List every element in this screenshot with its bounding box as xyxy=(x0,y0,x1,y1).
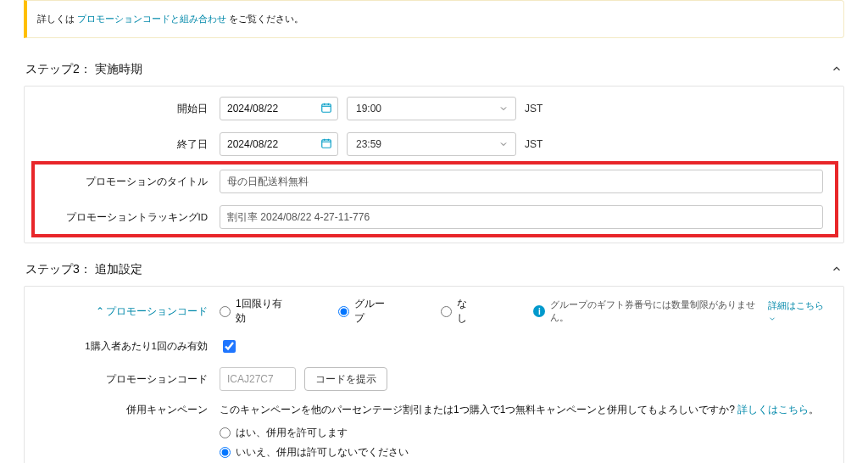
radio-once-label: 1回限り有効 xyxy=(236,297,289,326)
radio-campaign-no-label: いいえ、併用は許可しないでください xyxy=(236,445,409,460)
label-end-date: 終了日 xyxy=(36,138,220,151)
info-bar-suffix: をご覧ください。 xyxy=(229,14,303,24)
radio-campaign-no[interactable]: いいえ、併用は許可しないでください xyxy=(220,445,409,460)
row-start-date: 開始日 2024/08/22 19:00 JST xyxy=(25,92,843,126)
label-tracking-id: プロモーショントラッキングID xyxy=(47,211,220,224)
promo-code-anchor[interactable]: プロモーションコード xyxy=(106,306,208,316)
row-promo-code: プロモーションコード コードを提示 xyxy=(25,362,843,396)
chevron-down-icon xyxy=(498,103,509,116)
radio-campaign-yes-input[interactable] xyxy=(220,427,231,438)
promo-code-input[interactable] xyxy=(220,367,296,391)
radio-once-input[interactable] xyxy=(220,306,231,317)
radio-group-label: グループ xyxy=(354,297,392,326)
label-promo-code-type[interactable]: ⌃プロモーションコード xyxy=(36,305,220,318)
end-date-input[interactable]: 2024/08/22 xyxy=(220,132,338,156)
chevron-up-icon xyxy=(831,263,843,277)
row-promo-code-type: ⌃プロモーションコード 1回限り有効 グループ なし i グループのギフト券番号… xyxy=(25,292,843,331)
one-per-buyer-checkbox[interactable] xyxy=(223,340,236,353)
row-one-per-buyer: 1購入者あたり1回のみ有効 xyxy=(25,332,843,360)
radio-once[interactable]: 1回限り有効 xyxy=(220,297,289,326)
caret-up-icon: ⌃ xyxy=(96,306,104,316)
end-date-value: 2024/08/22 xyxy=(227,138,278,150)
chevron-down-icon xyxy=(498,139,509,152)
row-campaign-yes: はい、併用を許可します xyxy=(25,424,843,442)
row-end-date: 終了日 2024/08/22 23:59 JST xyxy=(25,127,843,161)
step2-panel: 開始日 2024/08/22 19:00 JST 終了日 2024/08/22 xyxy=(24,86,844,243)
group-note-link[interactable]: 詳細はこちら xyxy=(768,299,832,322)
group-note: i グループのギフト券番号には数量制限がありません。 詳細はこちら xyxy=(533,298,832,324)
start-time-select[interactable]: 19:00 xyxy=(347,97,516,120)
campaign-link[interactable]: 詳しくはこちら xyxy=(737,404,809,416)
suggest-code-button[interactable]: コードを提示 xyxy=(304,367,387,391)
calendar-icon xyxy=(320,137,332,152)
svg-rect-1 xyxy=(322,140,331,148)
label-start-date: 開始日 xyxy=(36,103,220,115)
info-icon: i xyxy=(533,305,545,317)
radio-none-label: なし xyxy=(457,297,476,326)
info-bar-prefix: 詳しくは xyxy=(37,14,75,24)
step3-panel: ⌃プロモーションコード 1回限り有効 グループ なし i グループのギフト券番号… xyxy=(24,286,844,463)
end-time-select[interactable]: 23:59 xyxy=(347,132,516,156)
step3-title: ステップ3： 追加設定 xyxy=(25,262,142,277)
radio-none-input[interactable] xyxy=(441,306,452,317)
end-time-value: 23:59 xyxy=(356,138,381,150)
radio-none[interactable]: なし xyxy=(441,297,476,326)
label-promo-title: プロモーションのタイトル xyxy=(47,176,220,188)
row-campaign: 併用キャンペーン このキャンペーンを他のパーセンテージ割引または1つ購入で1つ無… xyxy=(25,398,843,422)
highlight-box: プロモーションのタイトル プロモーショントラッキングID xyxy=(31,161,838,237)
start-date-value: 2024/08/22 xyxy=(227,103,278,114)
radio-group[interactable]: グループ xyxy=(338,297,392,326)
label-promo-code: プロモーションコード xyxy=(36,373,220,386)
step2-header[interactable]: ステップ2： 実施時期 xyxy=(24,53,844,86)
row-tracking-id: プロモーショントラッキングID xyxy=(35,200,835,234)
start-tz: JST xyxy=(525,103,542,114)
promo-title-input[interactable] xyxy=(220,170,823,193)
row-promo-title: プロモーションのタイトル xyxy=(35,165,835,198)
campaign-question: このキャンペーンを他のパーセンテージ割引または1つ購入で1つ無料キャンペーンと併… xyxy=(220,403,832,417)
radio-campaign-yes[interactable]: はい、併用を許可します xyxy=(220,426,348,440)
svg-rect-0 xyxy=(322,104,331,112)
radio-group-input[interactable] xyxy=(338,306,349,317)
row-campaign-no: いいえ、併用は許可しないでください xyxy=(25,443,843,461)
group-note-text: グループのギフト券番号には数量制限がありません。 xyxy=(550,298,763,324)
calendar-icon xyxy=(320,102,332,116)
tracking-id-input[interactable] xyxy=(220,205,823,229)
label-one-per-buyer: 1購入者あたり1回のみ有効 xyxy=(36,340,220,353)
info-bar: 詳しくは プロモーションコードと組み合わせ をご覧ください。 xyxy=(24,0,844,38)
label-campaign: 併用キャンペーン xyxy=(36,404,220,416)
start-time-value: 19:00 xyxy=(356,103,381,114)
radio-campaign-no-input[interactable] xyxy=(220,447,231,458)
chevron-up-icon xyxy=(831,63,843,77)
step2-title: ステップ2： 実施時期 xyxy=(25,62,142,77)
step3-header[interactable]: ステップ3： 追加設定 xyxy=(24,254,844,286)
info-bar-link[interactable]: プロモーションコードと組み合わせ xyxy=(77,14,226,24)
start-date-input[interactable]: 2024/08/22 xyxy=(220,97,338,120)
radio-campaign-yes-label: はい、併用を許可します xyxy=(236,426,348,440)
end-tz: JST xyxy=(525,138,542,150)
